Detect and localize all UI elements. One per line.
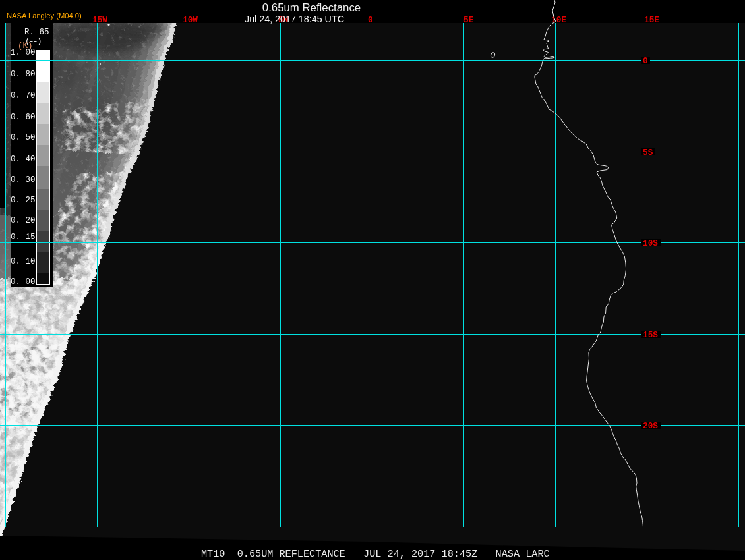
svg-text:Jul 24, 2017 18:45 UTC: Jul 24, 2017 18:45 UTC <box>245 14 344 24</box>
svg-text:0. 20: 0. 20 <box>11 216 36 225</box>
svg-text:0. 80: 0. 80 <box>11 70 36 79</box>
svg-text:0. 60: 0. 60 <box>11 113 36 122</box>
svg-text:0. 25: 0. 25 <box>11 196 36 205</box>
svg-text:0. 00: 0. 00 <box>11 277 36 287</box>
svg-text:0.65um Reflectance: 0.65um Reflectance <box>262 1 361 14</box>
svg-text:15E: 15E <box>644 15 659 25</box>
svg-text:5E: 5E <box>463 15 474 25</box>
svg-text:10S: 10S <box>643 238 658 248</box>
svg-text:0: 0 <box>368 15 373 25</box>
svg-text:NASA Langley (M04.0): NASA Langley (M04.0) <box>7 12 82 20</box>
svg-text:1. 00: 1. 00 <box>11 48 36 57</box>
svg-text:0. 40: 0. 40 <box>11 155 36 164</box>
svg-text:0. 30: 0. 30 <box>11 175 36 184</box>
svg-text:20S: 20S <box>643 421 658 431</box>
svg-text:0: 0 <box>643 56 648 66</box>
svg-text:10W: 10W <box>183 15 198 25</box>
svg-text:0. 70: 0. 70 <box>11 91 36 100</box>
svg-text:0. 50: 0. 50 <box>11 133 36 142</box>
svg-text:5S: 5S <box>643 148 653 157</box>
svg-text:15S: 15S <box>643 330 658 340</box>
svg-text:0. 10: 0. 10 <box>11 257 36 266</box>
svg-text:15W: 15W <box>92 15 107 25</box>
svg-text:0. 15: 0. 15 <box>11 233 36 242</box>
svg-text:R. 65: R. 65 <box>24 28 49 37</box>
svg-text:MT10 0.65UM REFLECTANCE JUL: MT10 0.65UM REFLECTANCE JUL 24, 2017 18:… <box>201 548 550 560</box>
